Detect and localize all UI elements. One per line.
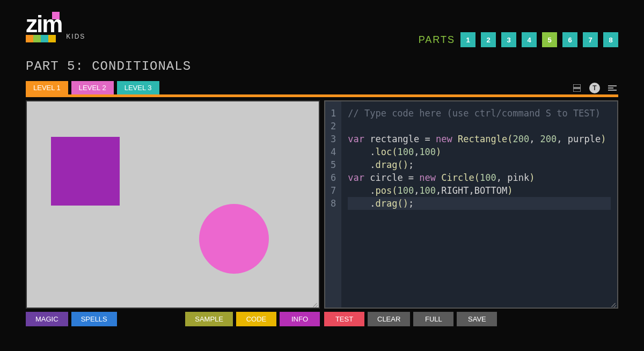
code-area[interactable]: // Type code here (use ctrl/command S to… bbox=[341, 101, 617, 308]
line-gutter: 12345678 bbox=[325, 101, 341, 308]
page-title: PART 5: CONDITIONALS bbox=[0, 47, 644, 74]
logo-kids: KIDS bbox=[66, 33, 85, 42]
part-button-6[interactable]: 6 bbox=[562, 32, 577, 47]
canvas-rectangle[interactable] bbox=[51, 137, 120, 206]
level-tab-3[interactable]: LEVEL 3 bbox=[117, 81, 159, 94]
info-button[interactable]: INFO bbox=[280, 312, 320, 326]
resize-handle-icon[interactable] bbox=[611, 301, 616, 306]
clear-button[interactable]: CLEAR bbox=[368, 312, 410, 326]
theme-icon[interactable]: T bbox=[589, 83, 600, 93]
level-tab-2[interactable]: LEVEL 2 bbox=[71, 81, 114, 94]
part-button-1[interactable]: 1 bbox=[460, 32, 475, 47]
svg-rect-0 bbox=[573, 84, 581, 87]
save-button[interactable]: SAVE bbox=[457, 312, 497, 326]
footer-left: MAGICSPELLSSAMPLECODEINFO bbox=[26, 312, 320, 326]
part-button-2[interactable]: 2 bbox=[481, 32, 496, 47]
code-button[interactable]: CODE bbox=[236, 312, 276, 326]
layout-icon[interactable] bbox=[572, 83, 582, 93]
editor-toolbar: T bbox=[572, 83, 618, 93]
level-tabs: LEVEL 1LEVEL 2LEVEL 3 bbox=[26, 81, 159, 94]
canvas-circle[interactable] bbox=[199, 204, 269, 274]
test-button[interactable]: TEST bbox=[324, 312, 364, 326]
footer-right: TESTCLEARFULLSAVE bbox=[324, 312, 618, 326]
spells-button[interactable]: SPELLS bbox=[71, 312, 117, 326]
wrap-icon[interactable] bbox=[608, 83, 617, 93]
parts-nav: PARTS 12345678 bbox=[419, 13, 618, 47]
svg-rect-1 bbox=[573, 89, 581, 92]
sample-button[interactable]: SAMPLE bbox=[185, 312, 233, 326]
level-tab-1[interactable]: LEVEL 1 bbox=[26, 81, 68, 94]
logo[interactable]: zim KIDS bbox=[26, 13, 85, 42]
part-button-3[interactable]: 3 bbox=[501, 32, 516, 47]
part-button-5[interactable]: 5 bbox=[542, 32, 557, 47]
logo-colorbar bbox=[26, 35, 62, 42]
part-button-7[interactable]: 7 bbox=[583, 32, 598, 47]
parts-label: PARTS bbox=[419, 34, 455, 46]
full-button[interactable]: FULL bbox=[413, 312, 453, 326]
code-editor[interactable]: 12345678 // Type code here (use ctrl/com… bbox=[324, 100, 618, 309]
magic-button[interactable]: MAGIC bbox=[26, 312, 68, 326]
part-button-4[interactable]: 4 bbox=[522, 32, 537, 47]
part-button-8[interactable]: 8 bbox=[603, 32, 618, 47]
canvas-output[interactable] bbox=[26, 100, 320, 309]
resize-handle-icon[interactable] bbox=[312, 301, 318, 306]
